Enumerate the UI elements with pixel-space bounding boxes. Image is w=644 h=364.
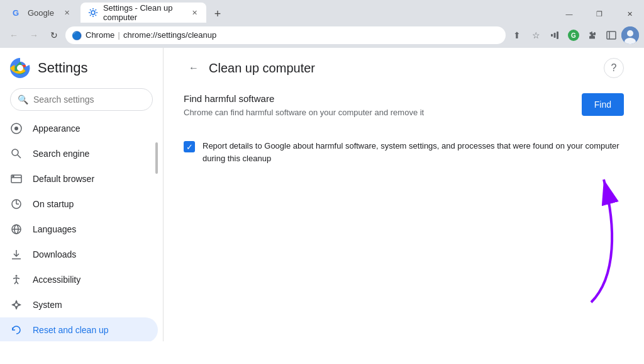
- find-button[interactable]: Find: [582, 93, 624, 116]
- window-controls: — ❐ ✕: [555, 5, 644, 23]
- address-separator: |: [116, 26, 122, 44]
- address-chrome-label: Chrome: [86, 26, 114, 44]
- default-browser-icon: [10, 173, 23, 185]
- toolbar-right: ⬆ ☆ G: [508, 26, 639, 44]
- sidebar-item-accessibility[interactable]: Accessibility: [0, 267, 158, 292]
- chrome-logo-icon: [10, 58, 30, 78]
- forward-nav-button[interactable]: →: [25, 26, 43, 44]
- svg-point-21: [13, 176, 14, 177]
- downloads-icon: [10, 248, 23, 261]
- svg-rect-7: [607, 31, 616, 39]
- close-button[interactable]: ✕: [615, 5, 644, 23]
- sidebar-item-reset-clean[interactable]: Reset and clean up: [0, 317, 158, 341]
- tab-google-label: Google: [28, 8, 54, 18]
- report-checkbox-row: ✓ Report details to Google about harmful…: [184, 140, 624, 164]
- share-icon[interactable]: ⬆: [508, 26, 526, 44]
- reload-button[interactable]: ↻: [45, 26, 63, 44]
- search-engine-label: Search engine: [33, 149, 148, 159]
- page-header: ← Clean up computer ?: [184, 58, 624, 78]
- sidebar-toggle-icon[interactable]: [602, 26, 620, 44]
- sidebar-item-search-engine[interactable]: Search engine: [0, 141, 158, 166]
- find-harmful-title: Find harmful software: [184, 93, 582, 104]
- tab-settings[interactable]: Settings - Clean up computer ✕: [80, 3, 206, 23]
- address-bar: ← → ↻ 🔵 Chrome | chrome://settings/clean…: [0, 23, 644, 48]
- sidebar-item-on-startup[interactable]: On startup: [0, 191, 158, 217]
- settings-title: Settings: [38, 60, 88, 76]
- tab-google[interactable]: G Google ✕: [5, 3, 80, 23]
- main-content: ← Clean up computer ? Find harmful softw…: [164, 48, 644, 341]
- sidebar-item-downloads[interactable]: Downloads: [0, 242, 158, 267]
- reset-clean-icon: [10, 324, 23, 336]
- system-icon: [10, 299, 23, 311]
- google-account-icon[interactable]: G: [565, 26, 582, 44]
- svg-text:G: G: [13, 8, 19, 18]
- svg-rect-3: [554, 33, 556, 38]
- svg-point-30: [14, 303, 18, 307]
- find-text-block: Find harmful software Chrome can find ha…: [184, 93, 582, 127]
- accessibility-icon: [10, 273, 23, 286]
- svg-text:G: G: [571, 32, 576, 39]
- downloads-label: Downloads: [33, 249, 148, 259]
- find-harmful-description: Chrome can find harmful software on your…: [184, 108, 582, 117]
- tabs-bar: G Google ✕ Settings - Clean up computer …: [0, 0, 644, 23]
- checkbox-check-icon: ✓: [186, 142, 193, 152]
- address-url-path: chrome://settings/cleanup: [123, 26, 216, 44]
- report-checkbox[interactable]: ✓: [184, 141, 195, 152]
- sidebar-item-system[interactable]: System: [0, 292, 158, 317]
- languages-label: Languages: [33, 224, 148, 234]
- tab-google-icon: G: [13, 8, 23, 18]
- sidebar-item-default-browser[interactable]: Default browser: [0, 166, 158, 191]
- tab-google-close[interactable]: ✕: [62, 7, 73, 18]
- on-startup-label: On startup: [33, 199, 148, 209]
- on-startup-icon: [10, 198, 23, 210]
- sidebar-item-appearance[interactable]: Appearance: [0, 116, 158, 141]
- reset-clean-label: Reset and clean up: [33, 325, 148, 335]
- settings-search-box: 🔍: [10, 88, 153, 111]
- tab-settings-icon: [88, 8, 98, 18]
- svg-point-17: [12, 149, 18, 156]
- appearance-label: Appearance: [33, 123, 148, 134]
- svg-line-18: [18, 155, 21, 158]
- bookmark-icon[interactable]: ☆: [527, 26, 545, 44]
- default-browser-label: Default browser: [33, 174, 148, 184]
- settings-search-input[interactable]: [10, 88, 153, 111]
- chrome-feature-icon[interactable]: [546, 26, 564, 44]
- help-button[interactable]: ?: [604, 58, 624, 78]
- report-checkbox-label: Report details to Google about harmful s…: [203, 140, 624, 164]
- sidebar-header: Settings: [0, 53, 163, 88]
- new-tab-button[interactable]: +: [209, 5, 226, 23]
- svg-point-10: [627, 30, 633, 37]
- accessibility-label: Accessibility: [33, 275, 148, 285]
- svg-rect-4: [557, 31, 558, 39]
- svg-point-1: [91, 11, 95, 14]
- find-harmful-section: Find harmful software Chrome can find ha…: [184, 93, 624, 127]
- page-title: Clean up computer: [209, 61, 315, 76]
- appearance-icon: [10, 122, 23, 135]
- minimize-button[interactable]: —: [555, 5, 584, 23]
- sidebar: Settings 🔍 Appearance: [0, 48, 164, 341]
- back-nav-button[interactable]: ←: [5, 26, 23, 44]
- svg-point-29: [16, 275, 18, 277]
- page-content: Settings 🔍 Appearance: [0, 48, 644, 341]
- address-container: 🔵 Chrome | chrome://settings/cleanup: [65, 26, 506, 44]
- svg-rect-2: [551, 34, 553, 37]
- back-button[interactable]: ←: [184, 58, 204, 78]
- svg-point-14: [17, 65, 23, 71]
- languages-icon: [10, 223, 23, 236]
- extensions-icon[interactable]: [584, 26, 601, 44]
- search-engine-icon: [10, 147, 23, 160]
- maximize-button[interactable]: ❐: [585, 5, 614, 23]
- profile-avatar[interactable]: [621, 26, 639, 44]
- system-label: System: [33, 300, 148, 310]
- address-security-icon: 🔵: [72, 31, 82, 40]
- tab-settings-close[interactable]: ✕: [190, 7, 199, 18]
- svg-point-16: [14, 127, 18, 130]
- address-input[interactable]: Chrome | chrome://settings/cleanup: [65, 26, 506, 44]
- scroll-indicator: [155, 142, 158, 174]
- search-icon: 🔍: [18, 94, 28, 105]
- tab-settings-label: Settings - Clean up computer: [103, 3, 182, 22]
- sidebar-item-languages[interactable]: Languages: [0, 217, 158, 242]
